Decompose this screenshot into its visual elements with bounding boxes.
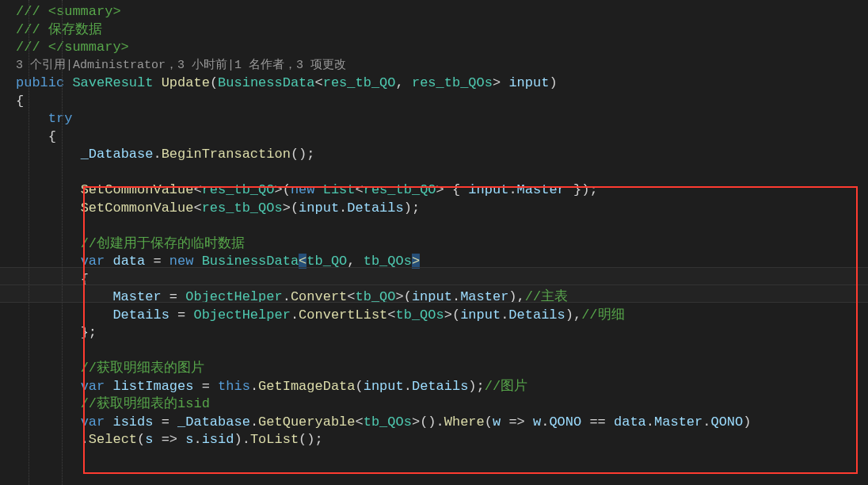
code-token: public	[16, 75, 64, 90]
code-token: >(	[396, 289, 412, 304]
code-token: res_tb_QOs	[412, 75, 493, 90]
code-token: Details	[508, 307, 565, 323]
code-line[interactable]: SetCommonValue<res_tb_QO>(new List<res_t…	[16, 181, 868, 200]
code-line[interactable]: //创建用于保存的临时数据	[16, 235, 868, 254]
code-line[interactable]: //获取明细表的isid	[16, 395, 868, 414]
code-line[interactable]: var data = new BusinessData<tb_QO, tb_QO…	[16, 253, 868, 271]
code-token: try	[48, 111, 73, 126]
code-token: _Database	[177, 414, 250, 430]
code-line[interactable]: var listImages = this.GetImageData(input…	[16, 378, 868, 396]
code-token: .	[153, 147, 161, 162]
codelens[interactable]: 3 个引用|Administrator，3 小时前|1 名作者，3 项更改	[16, 57, 868, 75]
code-token: //创建用于保存的临时数据	[81, 236, 245, 251]
code-line[interactable]	[16, 164, 868, 182]
code-line[interactable]: .Select(s => s.isid).ToList();	[16, 431, 868, 449]
code-line[interactable]: {	[16, 271, 868, 289]
code-token: .	[646, 414, 654, 430]
code-token: listImages	[112, 379, 193, 394]
code-token: input	[299, 200, 339, 216]
code-token	[581, 414, 589, 430]
code-line[interactable]: SetCommonValue<res_tb_QOs>(input.Details…	[16, 200, 868, 218]
code-token: ==	[589, 414, 605, 430]
code-line[interactable]: /// </summary>	[16, 39, 868, 57]
code-token: =	[162, 414, 169, 430]
code-line[interactable]: //获取明细表的图片	[16, 360, 868, 378]
code-line[interactable]	[16, 449, 868, 468]
code-token: var	[81, 414, 105, 430]
code-line[interactable]: /// 保存数据	[16, 21, 868, 40]
code-token	[16, 361, 81, 376]
code-token: >	[493, 75, 508, 90]
code-token: //明细	[581, 307, 624, 323]
code-token: //图片	[485, 379, 527, 394]
code-token	[16, 129, 48, 144]
code-token: tb_QO	[306, 254, 347, 269]
code-line[interactable]: {	[16, 128, 868, 147]
code-token	[105, 414, 112, 430]
code-token	[153, 75, 161, 90]
code-token: {	[16, 94, 24, 109]
code-token: new	[169, 254, 194, 269]
code-token	[153, 432, 161, 447]
code-line[interactable]: try	[16, 110, 868, 128]
code-token: res_tb_QO	[364, 182, 436, 197]
code-token: ToList	[250, 432, 299, 447]
code-token: /// <summary>	[16, 4, 121, 19]
code-token: .	[541, 414, 549, 430]
code-token: >(	[283, 200, 299, 216]
code-token: Master	[654, 414, 702, 430]
code-token: >(	[274, 182, 290, 197]
code-token: ObjectHelper	[185, 289, 282, 304]
code-token: .	[339, 200, 347, 216]
code-token: s	[145, 432, 153, 447]
code-line[interactable]: {	[16, 93, 868, 111]
code-token: (	[137, 432, 145, 447]
code-token: =	[202, 379, 210, 394]
code-token: <	[356, 182, 364, 197]
code-token: input	[460, 307, 501, 323]
code-token: {	[81, 272, 89, 287]
code-token: tb_QO	[356, 289, 396, 304]
code-token: //主表	[525, 289, 568, 304]
code-line[interactable]	[16, 217, 868, 235]
code-line[interactable]: /// <summary>	[16, 3, 868, 21]
code-line[interactable]: };	[16, 324, 868, 342]
code-token: ).	[234, 432, 249, 447]
code-token: isids	[112, 414, 153, 430]
code-token: =	[153, 254, 161, 269]
code-token: )	[549, 75, 557, 90]
code-token: BusinessData	[202, 254, 299, 269]
code-token: <	[315, 75, 323, 90]
code-line[interactable]: Master = ObjectHelper.Convert<tb_QO>(inp…	[16, 288, 868, 307]
code-editor[interactable]: /// <summary>/// 保存数据/// </summary>3 个引用…	[0, 0, 868, 485]
code-token	[16, 379, 81, 394]
code-token: > {	[436, 182, 469, 197]
code-line[interactable]: public SaveResult Update(BusinessData<re…	[16, 74, 868, 93]
code-line[interactable]	[16, 342, 868, 361]
code-line[interactable]: Details = ObjectHelper.ConvertList<tb_QO…	[16, 307, 868, 325]
code-token: GetImageData	[258, 379, 355, 394]
code-token	[162, 254, 169, 269]
code-token	[16, 272, 81, 287]
code-line[interactable]: var isids = _Database.GetQueryable<tb_QO…	[16, 414, 868, 432]
code-token: _Database	[81, 147, 154, 162]
code-token: BusinessData	[218, 75, 314, 90]
code-token: tb_QOs	[364, 254, 412, 269]
code-token: //获取明细表的图片	[81, 361, 204, 376]
code-token: List	[323, 182, 356, 197]
code-token: ObjectHelper	[193, 307, 290, 323]
code-token: .	[291, 307, 299, 323]
code-token	[169, 414, 177, 430]
code-token: <	[347, 289, 355, 304]
code-token	[525, 414, 533, 430]
code-line[interactable]: _Database.BeginTransaction();	[16, 146, 868, 164]
code-token: Convert	[291, 289, 347, 304]
code-token: QONO	[710, 414, 743, 430]
code-token: .	[508, 182, 516, 197]
code-token: BeginTransaction	[162, 147, 291, 162]
code-token: ();	[299, 432, 323, 447]
code-token: SetCommonValue	[81, 200, 194, 216]
code-token	[105, 379, 112, 394]
code-token: data	[614, 414, 646, 430]
code-token	[16, 307, 112, 323]
